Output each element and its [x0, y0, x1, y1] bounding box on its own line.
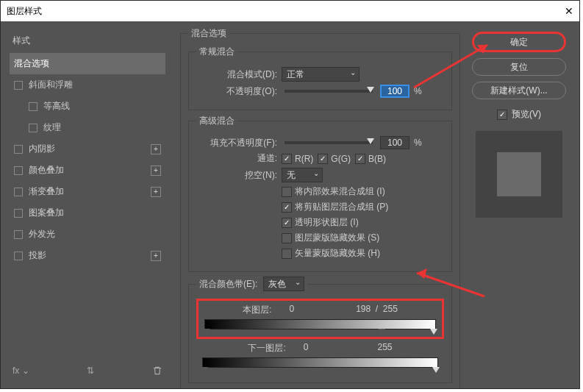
this-layer-black: 0: [289, 304, 294, 316]
sidebar-item-label: 投影: [29, 249, 151, 262]
blend-clipped-checkbox[interactable]: [282, 202, 292, 213]
add-effect-icon[interactable]: +: [151, 144, 161, 154]
under-white-slider[interactable]: [432, 367, 440, 373]
sidebar-item-2[interactable]: 等高线: [10, 96, 165, 117]
vector-mask-hides-checkbox[interactable]: [282, 249, 292, 259]
trash-icon[interactable]: [152, 366, 162, 376]
sidebar-item-6[interactable]: 渐变叠加+: [10, 181, 165, 202]
underlying-gradient[interactable]: [202, 357, 438, 368]
style-checkbox[interactable]: [14, 166, 23, 175]
sidebar-item-label: 颜色叠加: [29, 164, 151, 177]
fx-menu[interactable]: fx ⌄: [12, 366, 29, 376]
fill-opacity-value[interactable]: 100: [380, 136, 409, 149]
style-checkbox[interactable]: [14, 188, 23, 196]
opacity-slider[interactable]: [285, 90, 373, 93]
advanced-blending-group: 高级混合 填充不透明度(F): 100 % 通道: R(R) G(G) B(B): [188, 115, 452, 272]
sidebar-item-label: 内阴影: [29, 143, 151, 155]
underlying-layer-label: 下一图层:: [248, 342, 285, 354]
this-layer-label: 本图层:: [243, 304, 271, 316]
add-effect-icon[interactable]: +: [151, 251, 161, 261]
sidebar-item-0[interactable]: 混合选项: [10, 53, 165, 74]
layer-mask-hides-checkbox[interactable]: [282, 233, 292, 243]
style-checkbox[interactable]: [14, 209, 23, 218]
fill-opacity-label: 填充不透明度(F):: [196, 137, 277, 149]
sidebar-item-8[interactable]: 外发光: [10, 224, 165, 245]
knockout-label: 挖空(N):: [196, 169, 277, 182]
reset-button[interactable]: 复位: [472, 58, 566, 76]
sidebar-item-1[interactable]: 斜面和浮雕: [10, 74, 165, 96]
sidebar-item-label: 外发光: [29, 228, 161, 240]
blend-if-title: 混合颜色带(E):: [199, 279, 257, 289]
this-layer-white-b: 255: [383, 304, 398, 314]
this-white-slider-a[interactable]: [378, 329, 385, 335]
ok-button[interactable]: 确定: [472, 32, 566, 52]
style-checkbox[interactable]: [29, 102, 37, 111]
blend-interior-checkbox[interactable]: [282, 187, 292, 197]
channel-r-checkbox[interactable]: [282, 154, 292, 164]
sidebar-item-label: 斜面和浮雕: [29, 79, 161, 91]
sidebar-item-label: 渐变叠加: [29, 185, 151, 198]
sidebar-item-label: 纹理: [43, 121, 161, 134]
style-checkbox[interactable]: [14, 81, 23, 90]
add-effect-icon[interactable]: +: [151, 165, 161, 176]
preview-swatch: [476, 131, 562, 218]
advanced-blending-title: 高级混合: [196, 115, 237, 127]
right-column: 确定 复位 新建样式(W)... 预览(V): [469, 21, 579, 388]
sidebar-item-4[interactable]: 内阴影+: [10, 138, 165, 160]
blend-if-group: 混合颜色带(E): 灰色 本图层: 0 198 / 255: [188, 277, 452, 383]
style-checkbox[interactable]: [14, 230, 23, 239]
under-black-slider[interactable]: [201, 367, 208, 373]
blending-options-title: 混合选项: [188, 27, 229, 40]
general-blending-title: 常规混合: [196, 46, 237, 58]
layer-style-dialog: 图层样式 ✕ 样式 混合选项斜面和浮雕等高线纹理内阴影+颜色叠加+渐变叠加+图案…: [0, 0, 580, 389]
style-checkbox[interactable]: [29, 124, 37, 132]
sidebar-item-label: 图案叠加: [29, 207, 161, 219]
preview-label: 预览(V): [512, 108, 541, 121]
fill-opacity-slider[interactable]: [285, 141, 373, 144]
channels-label: 通道:: [196, 152, 277, 165]
title-bar: 图层样式 ✕: [1, 1, 579, 21]
preview-checkbox[interactable]: [497, 110, 507, 120]
sidebar-item-7[interactable]: 图案叠加: [10, 202, 165, 224]
blend-mode-select[interactable]: 正常: [282, 67, 360, 82]
sidebar-item-3[interactable]: 纹理: [10, 117, 165, 138]
blending-options-group: 混合选项 常规混合 混合模式(D): 正常 不透明度(O): 100 %: [180, 27, 460, 388]
styles-sidebar: 样式 混合选项斜面和浮雕等高线纹理内阴影+颜色叠加+渐变叠加+图案叠加外发光投影…: [1, 21, 174, 388]
style-checkbox[interactable]: [14, 145, 23, 154]
preview-inner: [497, 152, 541, 196]
opacity-label: 不透明度(O):: [196, 85, 277, 98]
sidebar-item-5[interactable]: 颜色叠加+: [10, 160, 165, 181]
add-effect-icon[interactable]: +: [151, 187, 161, 197]
opacity-value[interactable]: 100: [380, 85, 409, 98]
dialog-title: 图层样式: [7, 5, 42, 18]
this-white-slider-b[interactable]: [430, 329, 437, 335]
this-layer-white-a: 198: [356, 304, 371, 314]
general-blending-group: 常规混合 混合模式(D): 正常 不透明度(O): 100 %: [188, 46, 452, 110]
style-checkbox[interactable]: [14, 252, 23, 260]
this-layer-box: 本图层: 0 198 / 255: [196, 299, 444, 339]
blend-mode-label: 混合模式(D):: [196, 68, 277, 81]
close-icon[interactable]: ✕: [565, 5, 573, 17]
underlying-layer-box: 下一图层: 0 255: [196, 341, 444, 374]
transparency-shapes-checkbox[interactable]: [282, 218, 292, 228]
sidebar-item-label: 等高线: [43, 100, 161, 113]
options-panel: 混合选项 常规混合 混合模式(D): 正常 不透明度(O): 100 %: [174, 21, 469, 388]
this-layer-gradient[interactable]: [204, 319, 436, 329]
channel-b-checkbox[interactable]: [355, 154, 365, 164]
layer-up-down-icon[interactable]: ⇅: [87, 366, 94, 376]
knockout-select[interactable]: 无: [282, 168, 323, 182]
underlying-white: 255: [378, 342, 393, 354]
blend-if-channel-select[interactable]: 灰色: [263, 277, 304, 291]
sidebar-header: 样式: [10, 29, 165, 53]
new-style-button[interactable]: 新建样式(W)...: [472, 82, 566, 99]
sidebar-item-9[interactable]: 投影+: [10, 245, 165, 266]
channel-g-checkbox[interactable]: [318, 154, 328, 164]
this-black-slider[interactable]: [203, 329, 210, 335]
sidebar-footer: fx ⌄ ⇅: [10, 360, 165, 381]
underlying-black: 0: [304, 342, 309, 354]
sidebar-item-label: 混合选项: [14, 57, 161, 70]
